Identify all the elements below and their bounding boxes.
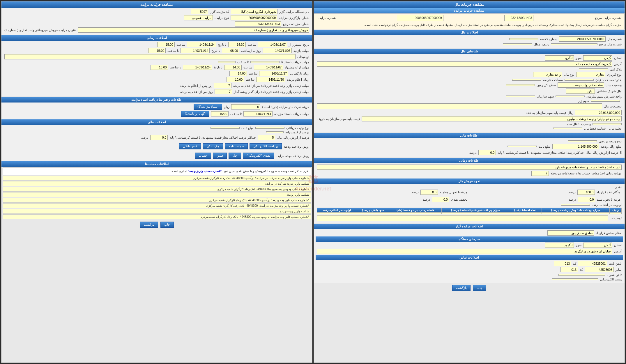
right-chap-button[interactable]: چاپ xyxy=(160,222,174,228)
auction-ref-row: شماره مزایده مرجع 932-13/09/1403 2003005… xyxy=(316,15,622,21)
shenasai-section: استان گیلان شهر لنگرود آدرس گیلان- لنگرو… xyxy=(314,54,625,132)
zamani-header: اطلاعات زمانی xyxy=(314,158,625,163)
right-btn-row: چاپ بازگشت xyxy=(1,220,312,229)
col-gheir: میزان پرداخت غیر نقدی(اقساط) (درصد) xyxy=(442,208,509,212)
vaziat-entegal xyxy=(593,123,622,125)
zaman-bazgoshaii: 1403/11/27 xyxy=(259,71,288,76)
mohlat-arae-tarikh-ta: 1403/11/24 xyxy=(183,65,212,70)
haداکثر-darsad: 0.0 xyxy=(478,150,496,155)
hesab-row-6: *شماره حساب واریز وجه مزایده : درآمدی-49… xyxy=(3,203,311,208)
moghame: صادق صادق پور xyxy=(547,230,594,236)
tarikh-shuru: 1403/11/07 xyxy=(258,42,287,47)
hesab-row-4: شناسه واریز ودیعه xyxy=(3,192,311,197)
hodud-mosahat xyxy=(565,79,594,81)
fish-btn[interactable]: فیش xyxy=(213,153,227,159)
maz-address: خیابان امام-شهرداری لنگرود xyxy=(317,249,612,254)
mohlat-daryaft: 1403/11/14 xyxy=(243,111,273,116)
nam-dastgah: شهرداری لنگرود استان گیلا xyxy=(231,9,277,14)
col-sood: سود بانکی (درصد) xyxy=(357,208,389,212)
col-pish: میزان پرداخت نقد / پیش پرداخت (درصد) xyxy=(542,208,609,212)
notice-box: شماره مزایده مرجع 932-13/09/1403 2003005… xyxy=(314,13,625,29)
hangram-moamele: 0.0 xyxy=(420,190,438,195)
fish-banki-btn[interactable]: فیش بانکی xyxy=(179,143,201,149)
auction-ref-input: 932-13/09/1403 xyxy=(504,15,533,21)
right-noe-vadiye xyxy=(255,127,284,129)
vahd-sazman xyxy=(556,96,585,97)
hesab-row-7: شناسه واریز وجه مزایده xyxy=(3,209,311,214)
right-zamani-section: تاریخ استقرار از 1403/11/07 ساعت 14:30 ت… xyxy=(1,41,312,96)
mohlat-estenad-tarikh xyxy=(250,61,280,63)
no-mal: واحد تجاری xyxy=(533,72,562,77)
shomare-bar: 2003005097000009 xyxy=(231,15,277,20)
left-chap-button[interactable]: چاپ xyxy=(473,285,486,291)
mazayade-gar-header: اطلاعات مزایده گزار xyxy=(314,224,625,229)
forush-section: نقدی هنگام عقد قرارداد 100.0 درصد هزینه … xyxy=(314,184,625,223)
pardakht-vadiye-section: روش پرداخت ودیعه پرداخت الکترونیکی ضمانت… xyxy=(1,142,312,151)
zamanat-name-btn[interactable]: ضمانت نامه xyxy=(225,143,248,149)
hesab-row-8: *شماره حساب عابر وجه مزایده : د وجوه سپر… xyxy=(3,214,311,219)
pardakht-vojh-section: روش پرداخت وجه مزایده نقدی (الکترونیکی) … xyxy=(1,151,312,161)
shahr: لنگرود xyxy=(545,55,574,61)
hesab-row-1: شماره حساب واریز هزینه شرکت در مزایده : … xyxy=(3,176,311,181)
sath-kol xyxy=(506,84,535,86)
avloyat-entekha xyxy=(561,204,590,206)
right-mablagh-sabet xyxy=(211,127,240,129)
col-avloyat: اولویت در انتخاب برنده xyxy=(317,208,357,212)
right-darsad-riali: 5 xyxy=(258,135,275,140)
right-bazgasht-button[interactable]: بازگشت xyxy=(140,222,158,228)
plak-sabti xyxy=(579,68,608,70)
table-row xyxy=(317,212,622,214)
zamani-section: نیاز به اخذ مفاصا حساب و استعلامات مربوط… xyxy=(314,163,625,178)
hangram-aqd: 100.0 xyxy=(577,190,595,195)
takhfif-naqdi: 0.0 xyxy=(432,197,449,202)
tarikh-payan-bazdid: 1403/11/14 xyxy=(181,48,210,53)
mohlat-vazeh-barandeh: 7 xyxy=(215,89,232,94)
saat-shuru: 14:30 xyxy=(228,42,246,47)
dastgah-header: سازمانی دستگاه xyxy=(316,236,623,242)
tamas-header: اطلاعات تماس xyxy=(316,255,623,260)
shomare-marja: 932-13/09/1403 xyxy=(235,21,281,26)
mohlat-estenad-saat xyxy=(218,61,236,63)
estad-mazayade-button[interactable]: استناد مزایده(1) xyxy=(194,104,222,110)
kod-mazayade: 5097 xyxy=(191,9,208,14)
asnad-section: هزینه شرکت در مزایده (خرید اسناد) 0 ریال… xyxy=(1,103,312,119)
address: گیلان- لنگرود- جاده جمحاله xyxy=(317,61,612,67)
namabar-number: 42525005 xyxy=(585,267,614,272)
left-sub-header: مشاهده جزئیات مزایده xyxy=(314,8,625,13)
mali-section: نوع ودیعه دریافتی مبلغ ریالی ودیعه 1,145… xyxy=(314,138,625,157)
col-fasele: فاصله زمانی بین دو قسط (ماه) xyxy=(389,208,442,212)
redif-amval xyxy=(503,43,532,45)
left-btn-row: چاپ بازگشت xyxy=(314,283,625,293)
saat-mohlat-daryaft: 15:00 xyxy=(211,111,229,116)
sabit-number: 42525001 xyxy=(578,261,607,266)
naghdi-btn[interactable]: نقدی (الکترونیکی) xyxy=(243,153,274,159)
tozihat-mal xyxy=(317,103,602,109)
ostan: گیلان xyxy=(583,55,612,61)
mohlat-arae-saat-ta: 15:00 xyxy=(151,65,168,70)
hesab-btn[interactable]: حساب xyxy=(195,153,211,159)
col-radif: ردیف xyxy=(610,208,622,212)
noe-mazayade: مزایده عمومی xyxy=(184,15,213,20)
mal-marja xyxy=(551,43,597,45)
right-darsad-paye xyxy=(266,131,284,133)
auction-code-input: 2003005097000009 xyxy=(397,15,443,21)
hesab-header: اطلاعات حساب‌ها xyxy=(1,161,312,167)
hesab-row-2: شناسه واریز هزینه شرکت در مزایده xyxy=(3,181,311,186)
chek-btn[interactable]: چک xyxy=(229,153,241,159)
zaman-eelam: 1403/11/30 xyxy=(256,77,285,82)
right-zamani-header: اطلاعات زمانی xyxy=(1,35,312,41)
right-tozihat xyxy=(4,54,296,59)
chek-banki-btn[interactable]: چک بانکی xyxy=(203,143,223,149)
left-bazgasht-button[interactable]: بازگشت xyxy=(452,285,471,291)
no-karbari: تجاری xyxy=(576,72,605,77)
post-elec xyxy=(552,278,598,280)
mal-number: 2103005097000010 xyxy=(559,36,606,42)
gharamat-sherkat: 0 xyxy=(231,104,260,109)
gheymat-paye-saham: 22,918,000,000 xyxy=(575,110,622,115)
mal-info-header: اطلاعات مال xyxy=(314,30,625,35)
forush-table: ردیف میزان پرداخت نقد / پیش پرداخت (درصد… xyxy=(317,208,622,214)
mazayade-gar-section: مقام شخص قرارداد صادق صادق پور سازمانی د… xyxy=(314,229,625,283)
pardakht-electronic-btn[interactable]: پرداخت الکترونیکی xyxy=(250,143,282,149)
mohlat-bazdid: 1403/11/07 xyxy=(263,48,292,53)
agahi-rozname-button[interactable]: آگهی روزنامه(1) xyxy=(181,111,210,117)
